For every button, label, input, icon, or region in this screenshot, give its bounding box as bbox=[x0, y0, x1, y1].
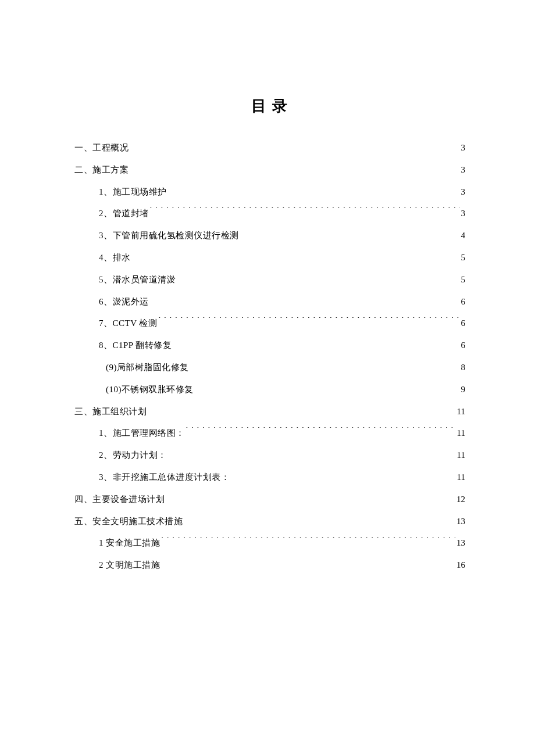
toc-leader-dots bbox=[173, 339, 459, 348]
toc-leader-dots bbox=[177, 274, 460, 282]
toc-entry-page: 11 bbox=[457, 445, 465, 467]
toc-entry-page: 3 bbox=[461, 181, 466, 203]
toc-leader-dots bbox=[168, 449, 456, 458]
toc-entry-page: 16 bbox=[456, 554, 465, 576]
toc-entry-page: 8 bbox=[461, 357, 466, 379]
toc-entry-label: 2、劳动力计划： bbox=[99, 445, 167, 467]
toc-entry-label: 8、C1PP 翻转修复 bbox=[99, 335, 172, 357]
toc-leader-dots bbox=[130, 142, 460, 151]
toc-leader-dots bbox=[132, 252, 460, 260]
toc-row: (9)局部树脂固化修复 8 bbox=[74, 357, 465, 379]
toc-entry-page: 11 bbox=[457, 401, 465, 423]
document-page: 目 录 一、工程概况3二、施工方案31、施工现场维护32、管道封堵33、下管前用… bbox=[0, 0, 535, 756]
toc-entry-label: 1、施工现场维护 bbox=[99, 181, 167, 203]
toc-row: 5、潜水员管道清淤5 bbox=[74, 269, 465, 291]
toc-leader-dots bbox=[161, 559, 455, 568]
toc-row: 五、安全文明施工技术措施13 bbox=[74, 511, 465, 533]
toc-leader-dots bbox=[168, 186, 460, 195]
toc-entry-page: 6 bbox=[461, 313, 466, 335]
toc-row: 1 安全施工措施 13 bbox=[74, 532, 465, 554]
toc-title: 目 录 bbox=[74, 96, 465, 116]
toc-leader-dots bbox=[190, 361, 460, 370]
toc-entry-label: 4、排水 bbox=[99, 247, 131, 269]
toc-leader-dots bbox=[240, 230, 460, 238]
toc-entry-label: 7、CCTV 检测 bbox=[99, 313, 157, 335]
toc-entry-page: 13 bbox=[456, 532, 465, 554]
toc-entry-label: (10)不锈钢双胀环修复 bbox=[106, 379, 194, 401]
toc-row: 1、施工现场维护3 bbox=[74, 181, 465, 203]
toc-leader-dots bbox=[161, 537, 455, 546]
toc-entry-label: 1 安全施工措施 bbox=[99, 532, 160, 554]
toc-row: 6、淤泥外运6 bbox=[74, 291, 465, 313]
toc-entry-page: 6 bbox=[461, 291, 466, 313]
toc-leader-dots bbox=[195, 384, 460, 392]
toc-entry-page: 13 bbox=[456, 511, 465, 533]
toc-row: 二、施工方案3 bbox=[74, 159, 465, 181]
toc-entry-page: 5 bbox=[461, 247, 466, 269]
toc-row: 2、劳动力计划：11 bbox=[74, 445, 465, 467]
toc-row: 3、非开挖施工总体进度计划表：11 bbox=[74, 467, 465, 489]
toc-entry-page: 9 bbox=[461, 379, 466, 401]
toc-entry-label: (9)局部树脂固化修复 bbox=[106, 357, 189, 379]
toc-entry-label: 一、工程概况 bbox=[74, 137, 129, 159]
toc-row: 1、施工管理网络图：11 bbox=[74, 422, 465, 445]
toc-entry-label: 五、安全文明施工技术措施 bbox=[74, 511, 183, 533]
toc-row: (10)不锈钢双胀环修复 9 bbox=[74, 379, 465, 401]
toc-row: 3、下管前用硫化氢检测仪进行检测4 bbox=[74, 225, 465, 247]
toc-leader-dots bbox=[186, 427, 456, 436]
toc-entry-page: 3 bbox=[461, 137, 466, 159]
toc-leader-dots bbox=[148, 406, 456, 414]
toc-entry-page: 11 bbox=[457, 467, 465, 489]
toc-entry-label: 二、施工方案 bbox=[74, 159, 129, 181]
toc-leader-dots bbox=[150, 207, 460, 216]
toc-entry-label: 三、施工组织计划 bbox=[74, 401, 147, 423]
toc-leader-dots bbox=[231, 471, 456, 480]
toc-row: 4、排水5 bbox=[74, 247, 465, 269]
toc-entry-label: 3、非开挖施工总体进度计划表： bbox=[99, 467, 230, 489]
toc-entry-page: 4 bbox=[461, 225, 466, 247]
toc-entry-label: 3、下管前用硫化氢检测仪进行检测 bbox=[99, 225, 239, 247]
toc-entry-label: 四、主要设备进场计划 bbox=[74, 489, 165, 511]
toc-entry-page: 5 bbox=[461, 269, 466, 291]
toc-entry-label: 1、施工管理网络图： bbox=[99, 422, 185, 445]
toc-leader-dots bbox=[150, 296, 460, 304]
toc-list: 一、工程概况3二、施工方案31、施工现场维护32、管道封堵33、下管前用硫化氢检… bbox=[74, 137, 465, 576]
toc-entry-label: 5、潜水员管道清淤 bbox=[99, 269, 176, 291]
toc-entry-page: 6 bbox=[461, 335, 466, 357]
toc-row: 一、工程概况3 bbox=[74, 137, 465, 159]
toc-entry-page: 12 bbox=[456, 489, 465, 511]
toc-entry-page: 3 bbox=[461, 203, 466, 225]
toc-leader-dots bbox=[158, 317, 459, 326]
toc-row: 7、CCTV 检测6 bbox=[74, 313, 465, 335]
toc-entry-label: 2、管道封堵 bbox=[99, 203, 149, 225]
toc-leader-dots bbox=[184, 515, 455, 524]
toc-row: 四、主要设备进场计划12 bbox=[74, 489, 465, 511]
toc-entry-label: 6、淤泥外运 bbox=[99, 291, 149, 313]
toc-row: 2、管道封堵3 bbox=[74, 203, 465, 225]
toc-leader-dots bbox=[130, 164, 460, 173]
toc-entry-page: 3 bbox=[461, 159, 466, 181]
toc-entry-label: 2 文明施工措施 bbox=[99, 554, 160, 576]
toc-leader-dots bbox=[166, 493, 455, 502]
toc-entry-page: 11 bbox=[457, 422, 465, 445]
toc-row: 8、C1PP 翻转修复6 bbox=[74, 335, 465, 357]
toc-row: 2 文明施工措施 16 bbox=[74, 554, 465, 576]
toc-row: 三、施工组织计划11 bbox=[74, 401, 465, 423]
